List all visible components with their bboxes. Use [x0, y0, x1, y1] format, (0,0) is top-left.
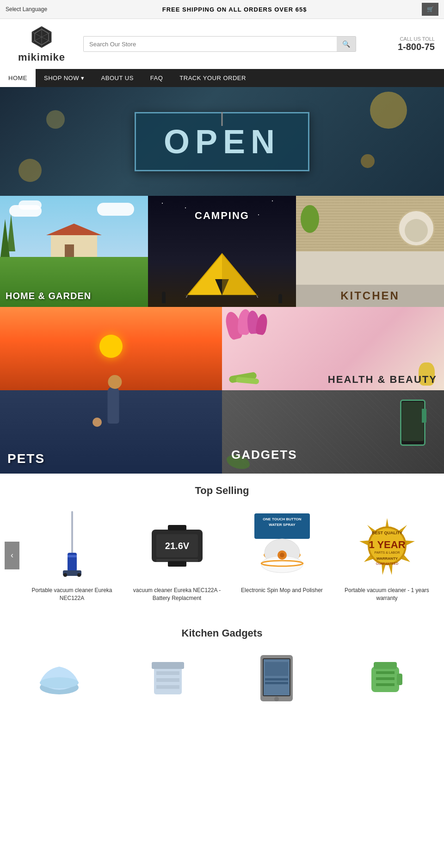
svg-point-32 — [280, 553, 284, 557]
search-input[interactable] — [84, 37, 337, 51]
product-card-2[interactable]: 21.6V vacuum cleaner Eureka NEC122A - Ba… — [124, 504, 229, 607]
sign-chain — [221, 112, 222, 126]
kitchen-gadgets-title: Kitchen Gadgets — [0, 616, 444, 647]
svg-text:ONE TOUCH BUTTON: ONE TOUCH BUTTON — [263, 517, 301, 521]
kitchen-bowl-svg — [36, 655, 82, 701]
battery-vacuum-svg: 21.6V — [147, 520, 207, 571]
nav-faq[interactable]: FAQ — [142, 69, 172, 87]
hero-open-text: OPEN — [164, 123, 280, 160]
svg-rect-46 — [156, 671, 179, 675]
bokeh-decoration-1 — [370, 92, 407, 129]
svg-text:1 YEAR: 1 YEAR — [369, 539, 405, 550]
phone-label: CALL US TOLL — [365, 36, 435, 42]
product-image-2: 21.6V — [128, 509, 226, 583]
svg-rect-58 — [376, 671, 395, 674]
category-grid-row1: HOME & GARDEN — [0, 196, 444, 307]
product-card-3[interactable]: ONE TOUCH BUTTON WATER SPRAY — [229, 504, 334, 607]
kitchen-green-svg — [362, 655, 408, 701]
nav-track-order[interactable]: TRACK YOUR ORDER — [171, 69, 254, 87]
search-bar[interactable]: 🔍 — [83, 36, 356, 52]
product-image-4: BEST QUALITY 1 YEAR PARTS & LABOR WARRAN… — [338, 509, 436, 583]
kitchen-product-3[interactable] — [222, 647, 331, 712]
product-image-1 — [23, 509, 121, 583]
category-camping[interactable]: CAMPING — [148, 196, 296, 307]
kitchen-image-1 — [8, 650, 110, 706]
svg-rect-60 — [376, 683, 395, 686]
category-kitchen[interactable]: KITCHEN — [296, 196, 444, 307]
kitchen-image-2 — [117, 650, 218, 706]
products-row: Portable vacuum cleaner Eureka NEC122A 2… — [19, 504, 439, 607]
svg-rect-61 — [397, 674, 402, 685]
svg-rect-47 — [156, 678, 179, 682]
category-home-garden[interactable]: HOME & GARDEN — [0, 196, 148, 307]
kitchen-image-4 — [334, 650, 436, 706]
category-pets[interactable]: PETS — [0, 307, 222, 474]
nav-about-us[interactable]: ABOUT US — [93, 69, 142, 87]
kitchen-product-2[interactable] — [113, 647, 222, 712]
svg-text:WATER SPRAY: WATER SPRAY — [269, 523, 296, 527]
nav-shop-now[interactable]: SHOP NOW ▾ — [36, 69, 93, 87]
top-selling-title: Top Selling — [0, 474, 444, 504]
category-pets-label: PETS — [7, 451, 45, 466]
product-card-4[interactable]: BEST QUALITY 1 YEAR PARTS & LABOR WARRAN… — [334, 504, 439, 607]
stick-vacuum-svg — [61, 511, 84, 581]
search-button[interactable]: 🔍 — [337, 37, 356, 51]
category-health-beauty[interactable]: HEALTH & BEAUTY — [222, 307, 444, 390]
spin-mop-svg: ONE TOUCH BUTTON WATER SPRAY — [254, 513, 310, 578]
product-title-4: Portable vacuum cleaner - 1 years warran… — [338, 587, 436, 602]
svg-text:PARTS & LABOR: PARTS & LABOR — [374, 551, 400, 554]
logo-icon — [29, 25, 54, 50]
bokeh-decoration-2 — [18, 159, 42, 182]
header: mikimike 🔍 CALL US TOLL 1-800-75 — [0, 19, 444, 69]
svg-text:21.6V: 21.6V — [165, 541, 189, 551]
pets-bg — [0, 307, 222, 474]
kitchen-gadgets-row — [0, 647, 444, 722]
products-carousel: ‹ — [0, 504, 444, 616]
product-card-1[interactable]: Portable vacuum cleaner Eureka NEC122A — [19, 504, 124, 607]
cart-button[interactable]: 🛒 — [422, 3, 438, 16]
hero-banner: OPEN — [0, 87, 444, 196]
svg-point-16 — [77, 573, 81, 577]
category-home-garden-label: HOME & GARDEN — [6, 291, 91, 301]
category-gadgets[interactable]: GADGETS — [222, 390, 444, 474]
svg-rect-18 — [168, 525, 186, 531]
top-bar: Select Language FREE SHIPPING ON ALL ORD… — [0, 0, 444, 19]
svg-rect-14 — [68, 555, 77, 557]
svg-rect-23 — [168, 561, 186, 567]
phone-area: CALL US TOLL 1-800-75 — [365, 36, 435, 52]
svg-rect-59 — [376, 677, 395, 680]
svg-point-43 — [40, 677, 79, 688]
kitchen-image-3 — [226, 650, 327, 706]
open-sign: OPEN — [135, 112, 309, 171]
svg-rect-52 — [265, 662, 288, 676]
kitchen-product-4[interactable] — [331, 647, 439, 712]
product-title-3: Electronic Spin Mop and Polisher — [233, 587, 331, 594]
svg-marker-7 — [222, 254, 257, 295]
bokeh-decoration-4 — [361, 154, 375, 168]
kitchen-tablet-svg — [258, 653, 295, 704]
carousel-prev-button[interactable]: ‹ — [5, 542, 19, 569]
warranty-badge-svg: BEST QUALITY 1 YEAR PARTS & LABOR WARRAN… — [357, 516, 417, 576]
svg-text:BEST QUALITY: BEST QUALITY — [371, 531, 402, 535]
main-nav: HOME SHOP NOW ▾ ABOUT US FAQ TRACK YOUR … — [0, 69, 444, 87]
svg-point-15 — [63, 573, 67, 577]
tent-svg — [185, 251, 259, 298]
svg-rect-11 — [71, 511, 73, 557]
product-title-2: vacuum cleaner Eureka NEC122A - Battery … — [128, 587, 226, 602]
language-selector[interactable]: Select Language — [6, 6, 47, 12]
kitchen-gadgets-section: Kitchen Gadgets — [0, 616, 444, 722]
svg-text:WARRANTY: WARRANTY — [376, 556, 398, 561]
kitchen-container-svg — [145, 655, 191, 701]
svg-rect-53 — [265, 678, 288, 681]
svg-rect-48 — [156, 685, 179, 689]
cart-icon: 🛒 — [427, 6, 434, 12]
category-kitchen-label: KITCHEN — [296, 285, 444, 307]
bokeh-decoration-3 — [46, 110, 65, 129]
product-title-1: Portable vacuum cleaner Eureka NEC122A — [23, 587, 121, 602]
svg-text:GUARANTEED: GUARANTEED — [376, 562, 398, 565]
logo[interactable]: mikimike — [9, 25, 74, 63]
kitchen-product-1[interactable] — [5, 647, 113, 712]
category-right-col: HEALTH & BEAUTY GADGETS — [222, 307, 444, 474]
phone-number: 1-800-75 — [365, 42, 435, 52]
nav-home[interactable]: HOME — [0, 69, 36, 87]
